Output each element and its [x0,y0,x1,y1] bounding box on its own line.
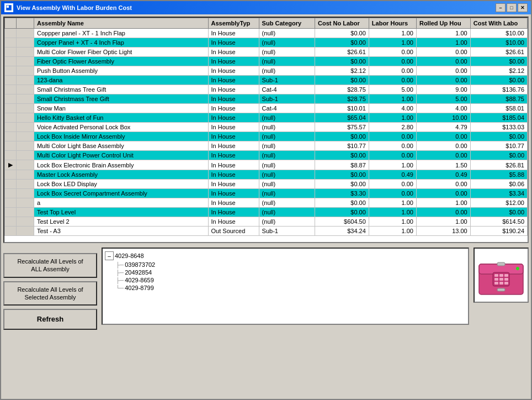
table-wrapper[interactable]: Assembly Name AssemblyTyp Sub Category C… [4,18,528,242]
table-row[interactable]: aIn House(null)$0.001.001.00$12.00 [5,198,528,208]
row-name: Multi Color Flower Fiber Optic Light [34,48,208,57]
table-row[interactable]: Lock Box Inside Mirror AssemblyIn House(… [5,132,528,141]
svg-rect-1 [7,6,9,8]
row-arrow-cell [5,48,17,57]
tree-expander[interactable]: – [105,251,114,260]
row-type: In House [208,217,259,227]
row-subcategory: (null) [259,151,315,160]
table-row[interactable]: Hello Kitty Basket of FunIn House(null)$… [5,113,528,123]
row-header-cell [17,48,34,57]
row-header-cell [17,66,34,76]
row-rolled-up-hours: 1.50 [416,160,470,170]
row-cost-with-labor: $26.81 [470,160,527,170]
row-name: Voice Activated Personal Lock Box [34,123,208,132]
row-arrow-cell [5,217,17,227]
row-type: In House [208,94,259,104]
table-row[interactable]: Voice Activated Personal Lock BoxIn Hous… [5,123,528,132]
tree-root-item[interactable]: – 4029-8648 [105,251,466,261]
col-cost-no-labor: Cost No Labor [315,18,369,29]
row-cost-with-labor: $10.77 [470,141,527,151]
row-header-cell [17,104,34,113]
row-type: In House [208,151,259,160]
row-cost-with-labor: $136.76 [470,85,527,94]
table-row[interactable]: Test - A3Out SourcedSub-1$34.241.0013.00… [5,227,528,236]
row-cost-with-labor: $26.61 [470,48,527,57]
row-labor-hours: 1.00 [369,38,416,48]
maximize-button[interactable]: □ [507,3,517,12]
row-name: Small Christmas Tree Gift [34,85,208,94]
row-header-cell [17,123,34,132]
table-row[interactable]: Multi Color Light Power Control UnitIn H… [5,151,528,160]
row-name: Master Lock Assembly [34,170,208,180]
row-header-cell [17,57,34,66]
row-arrow-cell [5,151,17,160]
close-button[interactable]: ✕ [518,3,528,12]
tree-child-4[interactable]: └─ 4029-8799 [116,284,466,292]
table-row[interactable]: Lock Box LED DisplayIn House(null)$0.000… [5,180,528,189]
product-image [476,253,526,297]
table-row[interactable]: Multi Color Flower Fiber Optic LightIn H… [5,48,528,57]
table-row[interactable]: Test Level 2In House(null)$604.501.001.0… [5,217,528,227]
row-cost-with-labor: $3.34 [470,189,527,198]
svg-rect-16 [497,288,505,291]
row-header-cell [17,94,34,104]
table-row[interactable]: Test Top LevelIn House(null)$0.001.000.0… [5,208,528,217]
table-row[interactable]: Small Christmas Tree GiftIn HouseCat-4$2… [5,85,528,94]
bottom-section: Recalculate All Levels ofALL Assembly Re… [3,245,529,397]
row-rolled-up-hours: 0.00 [416,208,470,217]
tree-child-1[interactable]: ├─ 039873702 [116,261,466,269]
tree-section[interactable]: – 4029-8648 ├─ 039873702 ├─ 20492854 ├─ … [102,248,469,325]
row-subcategory: (null) [259,57,315,66]
row-subcategory: (null) [259,29,315,38]
table-row[interactable]: Master Lock AssemblyIn House(null)$0.000… [5,170,528,180]
row-cost-with-labor: $185.04 [470,113,527,123]
row-cost-no-labor: $0.00 [315,170,369,180]
product-image-section [474,248,529,303]
row-cost-no-labor: $8.87 [315,160,369,170]
table-row[interactable]: Small Christmass Tree GiftIn HouseSub-1$… [5,94,528,104]
row-name: Test Top Level [34,208,208,217]
row-arrow-cell [5,38,17,48]
minimize-button[interactable]: – [496,3,506,12]
table-row[interactable]: Snow ManIn HouseCat-4$10.014.004.00$58.0… [5,104,528,113]
table-row[interactable]: Push Button AssemblyIn House(null)$2.120… [5,66,528,76]
row-rolled-up-hours: 0.00 [416,66,470,76]
col-arrow [5,18,17,29]
table-row[interactable]: Fiber Optic Flower AssemblyIn House(null… [5,57,528,66]
col-assembly-name: Assembly Name [34,18,208,29]
row-name: Copper Panel + XT - 4 Inch Flap [34,38,208,48]
row-subcategory: (null) [259,198,315,208]
row-cost-with-labor: $614.50 [470,217,527,227]
assembly-table: Assembly Name AssemblyTyp Sub Category C… [4,18,528,236]
row-type: In House [208,38,259,48]
tree-child-3[interactable]: ├─ 4029-8659 [116,276,466,284]
row-arrow-cell [5,57,17,66]
app-icon [4,3,13,12]
row-labor-hours: 1.00 [369,208,416,217]
row-cost-no-labor: $28.75 [315,94,369,104]
table-row[interactable]: Multi Color Light Base AssemblyIn House(… [5,141,528,151]
table-header-row: Assembly Name AssemblyTyp Sub Category C… [5,18,528,29]
row-name: Test - A3 [34,227,208,236]
table-row[interactable]: Coppper panel - XT - 1 Inch FlapIn House… [5,29,528,38]
row-name: Multi Color Light Power Control Unit [34,151,208,160]
row-subcategory: Cat-4 [259,104,315,113]
recalculate-selected-button[interactable]: Recalculate All Levels ofSelected Assemb… [3,281,97,306]
tree-child-2[interactable]: ├─ 20492854 [116,269,466,276]
table-row[interactable]: Copper Panel + XT - 4 Inch FlapIn House(… [5,38,528,48]
recalculate-all-button[interactable]: Recalculate All Levels ofALL Assembly [3,253,97,278]
row-subcategory: (null) [259,208,315,217]
table-row[interactable]: ▶Lock Box Electronic Brain AssemblyIn Ho… [5,160,528,170]
refresh-button[interactable]: Refresh [3,309,97,330]
table-row[interactable]: 123-danaIn HouseSub-1$0.000.000.00$0.00 [5,76,528,85]
title-bar: View Assembly With Labor Burden Cost – □… [1,1,531,14]
row-name: Fiber Optic Flower Assembly [34,57,208,66]
row-arrow-cell [5,85,17,94]
row-subcategory: (null) [259,217,315,227]
row-cost-with-labor: $0.00 [470,57,527,66]
window-controls: – □ ✕ [496,3,528,12]
table-row[interactable]: Lock Box Secret Compartment AssemblyIn H… [5,189,528,198]
svg-rect-6 [494,274,498,277]
row-cost-no-labor: $34.24 [315,227,369,236]
row-cost-with-labor: $58.01 [470,104,527,113]
